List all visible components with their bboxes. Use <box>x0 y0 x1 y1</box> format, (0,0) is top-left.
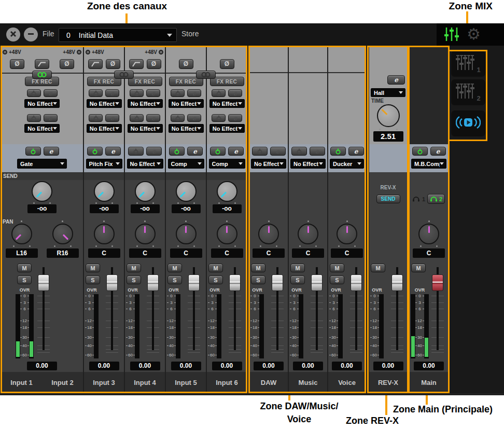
mute-button[interactable]: M <box>127 264 141 272</box>
fx2-effect-select[interactable]: No Effect <box>169 124 204 133</box>
fx2-power-button[interactable] <box>89 114 103 122</box>
minimize-button[interactable] <box>24 27 38 41</box>
mute-button[interactable]: M <box>167 264 182 272</box>
fader-handle[interactable] <box>229 274 241 291</box>
strip-power-button[interactable] <box>25 147 41 156</box>
send-knob[interactable] <box>176 181 197 202</box>
fader-handle[interactable] <box>147 274 159 291</box>
pan-knob[interactable] <box>217 224 237 244</box>
channel-link-button[interactable] <box>32 71 52 79</box>
solo-button[interactable]: S <box>208 275 223 284</box>
hpf-button[interactable] <box>88 59 103 69</box>
phase-button[interactable]: Ø <box>10 59 24 69</box>
strip-power-button[interactable] <box>87 147 103 156</box>
pan-knob[interactable] <box>135 224 156 244</box>
tab-mix-2[interactable]: 2 <box>451 79 485 105</box>
fx2-power-button[interactable] <box>212 114 226 122</box>
fx2-power-button[interactable] <box>27 114 41 122</box>
strip-effect-select[interactable]: No Effect <box>251 159 286 169</box>
fx2-power-button[interactable] <box>171 114 185 122</box>
mute-button[interactable]: M <box>371 264 385 272</box>
fx1-edit-button[interactable]: e <box>105 89 119 97</box>
fx1-edit-button[interactable]: e <box>44 89 58 97</box>
strip-power-button[interactable] <box>291 147 307 156</box>
phase-button[interactable]: Ø <box>220 59 234 69</box>
fx2-power-button[interactable] <box>130 114 144 122</box>
fx1-effect-select[interactable]: No Effect <box>169 99 204 108</box>
mute-button[interactable]: M <box>411 264 426 272</box>
fx1-edit-button[interactable]: e <box>228 89 242 97</box>
send-knob[interactable] <box>94 181 115 202</box>
fx1-power-button[interactable] <box>89 89 103 97</box>
revx-edit-button[interactable]: e <box>387 75 405 85</box>
pan-knob[interactable] <box>258 224 279 244</box>
send-knob[interactable] <box>32 181 52 202</box>
close-button[interactable] <box>6 27 20 41</box>
fader-handle[interactable] <box>432 274 443 291</box>
strip-effect-select[interactable]: Pitch Fix <box>86 159 122 169</box>
fader-handle[interactable] <box>311 274 323 291</box>
strip-effect-select[interactable]: M.B.Comp <box>411 159 446 169</box>
strip-edit-button[interactable]: e <box>187 147 203 156</box>
pan-knob[interactable] <box>176 224 197 244</box>
strip-edit-button[interactable]: e <box>105 147 121 156</box>
solo-button[interactable]: S <box>127 275 141 284</box>
fx2-edit-button[interactable]: e <box>228 114 242 122</box>
store-button[interactable]: Store <box>181 30 199 38</box>
solo-button[interactable]: S <box>86 275 100 284</box>
phones-2-button[interactable]: 2 <box>427 194 445 204</box>
revx-send-button[interactable]: SEND <box>376 195 400 203</box>
strip-power-button[interactable] <box>412 147 428 156</box>
fx2-effect-select[interactable]: No Effect <box>87 124 122 133</box>
strip-power-button[interactable] <box>330 147 346 156</box>
strip-effect-select[interactable]: Comp <box>209 159 245 169</box>
mixer-icon[interactable] <box>443 27 460 44</box>
strip-edit-button[interactable]: e <box>44 147 59 156</box>
mute-button[interactable]: M <box>17 264 32 272</box>
fader-handle[interactable] <box>391 274 403 291</box>
fx2-effect-select[interactable]: No Effect <box>24 124 60 133</box>
solo-button[interactable]: S <box>251 275 265 284</box>
strip-edit-button[interactable]: e <box>310 147 325 156</box>
strip-edit-button[interactable]: e <box>348 147 364 156</box>
fx2-effect-select[interactable]: No Effect <box>128 124 163 133</box>
tab-loopback[interactable] <box>451 110 485 136</box>
mute-button[interactable]: M <box>330 264 344 272</box>
fx1-power-button[interactable] <box>130 89 144 97</box>
phase-button[interactable]: Ø <box>106 59 120 69</box>
strip-effect-select[interactable]: Ducker <box>330 159 364 169</box>
mute-button[interactable]: M <box>86 264 100 272</box>
mute-button[interactable]: M <box>290 264 305 272</box>
phase-button[interactable]: Ø <box>147 59 161 69</box>
hpf-button[interactable] <box>35 59 49 69</box>
revx-type-select[interactable]: Hall <box>371 88 405 97</box>
settings-gear-icon[interactable]: ⚙ <box>467 25 481 44</box>
fader-handle[interactable] <box>272 274 283 291</box>
solo-button[interactable]: S <box>17 275 32 284</box>
channel-link-button[interactable] <box>114 71 134 79</box>
fader-handle[interactable] <box>106 274 118 291</box>
strip-effect-select[interactable]: No Effect <box>127 159 163 169</box>
fx1-power-button[interactable] <box>212 89 226 97</box>
strip-effect-select[interactable]: Comp <box>168 159 204 169</box>
fx1-edit-button[interactable]: e <box>187 89 201 97</box>
strip-edit-button[interactable]: e <box>146 147 162 156</box>
strip-effect-select[interactable]: Gate <box>17 159 67 169</box>
pan-knob[interactable] <box>418 224 439 244</box>
fx2-edit-button[interactable]: e <box>44 114 58 122</box>
fx1-effect-select[interactable]: No Effect <box>128 99 163 108</box>
solo-button[interactable]: S <box>167 275 182 284</box>
strip-power-button[interactable] <box>169 147 185 156</box>
fader-handle[interactable] <box>188 274 200 291</box>
fx1-edit-button[interactable]: e <box>146 89 160 97</box>
hpf-button[interactable] <box>129 59 144 69</box>
phase-button[interactable]: Ø <box>60 59 74 69</box>
fx2-edit-button[interactable]: e <box>105 114 119 122</box>
fx1-power-button[interactable] <box>27 89 41 97</box>
pan-knob[interactable] <box>298 224 318 244</box>
fader-handle[interactable] <box>351 274 362 291</box>
fader-handle[interactable] <box>38 274 49 291</box>
fx1-effect-select[interactable]: No Effect <box>24 99 60 108</box>
fx2-edit-button[interactable]: e <box>187 114 201 122</box>
strip-edit-button[interactable]: e <box>228 147 244 156</box>
